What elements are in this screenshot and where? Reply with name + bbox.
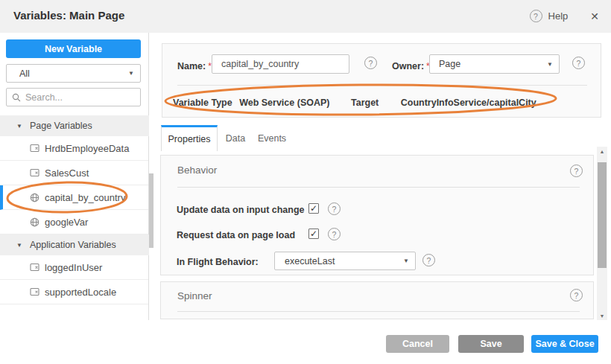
section-application-variables[interactable]: ▼ Application Variables	[0, 234, 149, 255]
web-service-icon	[30, 193, 39, 202]
tab-properties[interactable]: Properties	[161, 125, 218, 151]
in-flight-behavior-help-icon[interactable]: ?	[422, 254, 435, 266]
sidebar-item-supportedlocale[interactable]: supportedLocale	[0, 280, 148, 304]
sidebar-item-label: loggedInUser	[45, 262, 102, 273]
spinner-section: Spinner ?	[160, 281, 594, 319]
help-link[interactable]: Help	[548, 10, 569, 22]
section-label: Page Variables	[30, 121, 92, 131]
sidebar-item-label: SalesCust	[45, 167, 89, 179]
properties-scrollbar[interactable]: ▲ ▼	[597, 147, 607, 320]
owner-label: Owner:	[392, 61, 424, 71]
section-divider	[177, 311, 580, 312]
chevron-down-icon: ▼	[547, 61, 553, 68]
update-data-label: Update data on input change	[177, 205, 305, 215]
in-flight-behavior-value: executeLast	[285, 256, 335, 266]
scroll-down-icon[interactable]: ▼	[597, 311, 607, 320]
scroll-up-icon[interactable]: ▲	[597, 147, 607, 156]
owner-select[interactable]: Page ▼	[429, 54, 560, 74]
variable-search[interactable]	[6, 88, 141, 106]
behavior-help-icon[interactable]: ?	[570, 165, 583, 177]
sidebar-item-label: HrdbEmployeeData	[45, 143, 129, 154]
tab-events[interactable]: Events	[253, 125, 291, 151]
sidebar-item-capital-by-country[interactable]: capital_by_country	[0, 185, 148, 210]
save-and-close-button[interactable]: Save & Close	[531, 335, 598, 353]
variable-summary-panel: Name:* capital_by_country ? Owner:* Page…	[162, 43, 601, 118]
name-value: capital_by_country	[221, 59, 299, 69]
target-value: CountryInfoService/capitalCity	[401, 98, 536, 108]
spinner-title: Spinner	[177, 290, 212, 301]
request-data-checkbox[interactable]: ✓	[308, 229, 319, 239]
sidebar-item-label: capital_by_country	[45, 192, 125, 203]
in-flight-behavior-select[interactable]: executeLast ▼	[274, 252, 416, 270]
dialog-title: Variables: Main Page	[13, 9, 124, 22]
request-data-help-icon[interactable]: ?	[328, 228, 341, 240]
owner-help-icon[interactable]: ?	[572, 57, 585, 69]
owner-value: Page	[439, 59, 460, 69]
search-icon	[12, 93, 21, 102]
variable-type-value: Web Service (SOAP)	[239, 98, 329, 108]
array-variable-icon	[30, 144, 39, 153]
name-label: Name:	[177, 61, 206, 71]
section-label: Application Variables	[30, 240, 116, 250]
name-help-icon[interactable]: ?	[364, 57, 377, 69]
name-field[interactable]: capital_by_country	[212, 54, 349, 74]
sidebar-item-loggedinuser[interactable]: loggedInUser	[0, 255, 148, 280]
save-button[interactable]: Save	[458, 335, 524, 353]
sidebar-item-googlevar[interactable]: googleVar	[0, 210, 148, 234]
section-collapse-icon: ▼	[16, 242, 22, 249]
sidebar-item-label: googleVar	[45, 217, 88, 228]
new-variable-button[interactable]: New Variable	[6, 39, 141, 58]
help-icon[interactable]: ?	[530, 10, 542, 22]
in-flight-behavior-label: In Flight Behavior:	[177, 257, 259, 267]
chevron-down-icon: ▼	[403, 258, 409, 264]
request-data-label: Request data on page load	[177, 230, 295, 240]
form-divider	[177, 85, 587, 86]
dialog-titlebar: Variables: Main Page ? Help ✕	[0, 0, 611, 33]
sidebar-item-label: supportedLocale	[45, 287, 116, 298]
chevron-down-icon: ▼	[128, 70, 134, 77]
web-service-icon	[30, 217, 39, 227]
target-label: Target	[351, 98, 379, 108]
array-variable-icon	[30, 168, 39, 177]
filter-value: All	[19, 68, 30, 79]
tab-data[interactable]: Data	[219, 125, 252, 151]
sidebar-item-hrdbemployeedata[interactable]: HrdbEmployeeData	[0, 136, 148, 161]
search-input[interactable]	[25, 92, 130, 103]
behavior-title: Behavior	[177, 165, 217, 176]
section-divider	[177, 187, 580, 188]
close-icon[interactable]: ✕	[590, 10, 599, 22]
sidebar-item-salescust[interactable]: SalesCust	[0, 161, 148, 185]
update-data-help-icon[interactable]: ?	[328, 202, 341, 215]
behavior-section: Behavior ? Update data on input change ✓…	[160, 155, 594, 275]
variable-icon	[30, 263, 39, 272]
variable-type-label: Variable Type	[173, 98, 232, 108]
cancel-button[interactable]: Cancel	[386, 335, 449, 353]
variables-dialog: Variables: Main Page ? Help ✕ New Variab…	[0, 0, 611, 364]
variable-filter-select[interactable]: All ▼	[6, 64, 141, 83]
section-collapse-icon: ▼	[16, 123, 22, 130]
sidebar-scrollbar-thumb[interactable]	[149, 173, 153, 248]
spinner-help-icon[interactable]: ?	[570, 289, 583, 301]
variables-sidebar: New Variable All ▼ ▼ Page Variables Hrdb…	[0, 33, 149, 320]
section-page-variables[interactable]: ▼ Page Variables	[0, 115, 149, 136]
update-data-checkbox[interactable]: ✓	[308, 203, 319, 214]
scrollbar-thumb[interactable]	[598, 162, 607, 268]
variable-icon	[30, 287, 39, 296]
